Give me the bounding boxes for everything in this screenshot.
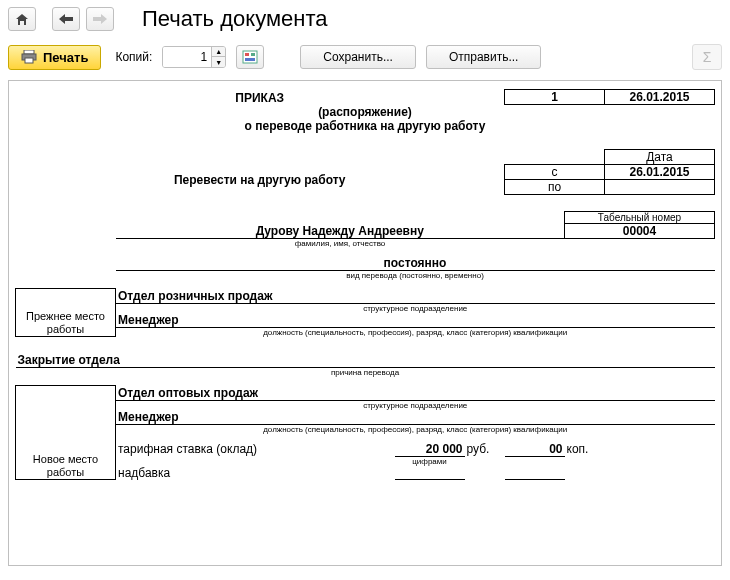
- print-button[interactable]: Печать: [8, 45, 101, 70]
- from-date: 26.01.2015: [605, 165, 715, 180]
- save-button[interactable]: Сохранить...: [300, 45, 416, 69]
- page-title: Печать документа: [142, 6, 327, 32]
- svg-rect-3: [243, 51, 257, 63]
- copies-input[interactable]: [163, 47, 211, 67]
- new-place-label: Новое место работы: [16, 386, 116, 480]
- rate-kop: 00: [505, 442, 565, 457]
- new-pos: Менеджер: [116, 410, 715, 425]
- copies-label: Копий:: [115, 50, 152, 64]
- home-icon: [15, 13, 29, 26]
- print-button-label: Печать: [43, 50, 88, 65]
- rub-label: руб.: [465, 442, 505, 457]
- svg-rect-5: [251, 53, 255, 56]
- rate-label: тарифная ставка (оклад): [116, 442, 395, 457]
- sigma-icon: Σ: [703, 49, 712, 65]
- date-header: Дата: [605, 150, 715, 165]
- new-dept: Отдел оптовых продаж: [116, 386, 715, 401]
- home-button[interactable]: [8, 7, 36, 31]
- copies-down-button[interactable]: ▼: [211, 57, 225, 67]
- send-button[interactable]: Отправить...: [426, 45, 542, 69]
- printer-icon: [21, 50, 37, 64]
- prev-dept-cap: структурное подразделение: [116, 303, 715, 313]
- sum-button: Σ: [692, 44, 722, 70]
- new-dept-cap: структурное подразделение: [116, 400, 715, 410]
- kop-label: коп.: [565, 442, 605, 457]
- addon-label: надбавка: [116, 466, 395, 480]
- to-date: [605, 180, 715, 195]
- reason: Закрытие отдела: [16, 353, 715, 368]
- transfer-label: Перевести на другую работу: [16, 165, 505, 195]
- doc-title-2: (распоряжение): [16, 105, 715, 120]
- employee-name: Дурову Надежду Андреевну: [116, 224, 565, 239]
- forward-button[interactable]: [86, 7, 114, 31]
- prev-dept: Отдел розничных продаж: [116, 289, 715, 304]
- rate-cap: цифрами: [395, 456, 465, 466]
- doc-date: 26.01.2015: [605, 90, 715, 105]
- doc-title-1: ПРИКАЗ: [16, 90, 505, 105]
- arrow-right-icon: [93, 14, 107, 24]
- duration: постоянно: [116, 256, 715, 271]
- tab-num: 00004: [565, 224, 715, 239]
- arrow-left-icon: [59, 14, 73, 24]
- to-label: по: [505, 180, 605, 195]
- svg-rect-0: [24, 50, 34, 54]
- duration-cap: вид перевода (постоянно, временно): [116, 271, 715, 281]
- new-pos-cap: должность (специальность, профессия), ра…: [116, 424, 715, 434]
- back-button[interactable]: [52, 7, 80, 31]
- svg-rect-2: [25, 58, 33, 63]
- copies-up-button[interactable]: ▲: [211, 47, 225, 57]
- document-preview[interactable]: ПРИКАЗ 1 26.01.2015 (распоряжение) о пер…: [8, 80, 722, 566]
- preview-button[interactable]: [236, 45, 264, 69]
- prev-place-label: Прежнее место работы: [16, 289, 116, 337]
- svg-rect-4: [245, 53, 249, 56]
- reason-cap: причина перевода: [16, 368, 715, 378]
- from-label: с: [505, 165, 605, 180]
- svg-rect-6: [245, 58, 255, 61]
- copies-spinner[interactable]: ▲ ▼: [162, 46, 226, 68]
- prev-pos-cap: должность (специальность, профессия), ра…: [116, 327, 715, 337]
- employee-cap: фамилия, имя, отчество: [116, 239, 565, 249]
- doc-title-3: о переводе работника на другую работу: [16, 119, 715, 133]
- doc-number: 1: [505, 90, 605, 105]
- preview-icon: [242, 50, 258, 64]
- tab-num-label: Табельный номер: [565, 212, 715, 224]
- prev-pos: Менеджер: [116, 313, 715, 328]
- rate-rub: 20 000: [395, 442, 465, 457]
